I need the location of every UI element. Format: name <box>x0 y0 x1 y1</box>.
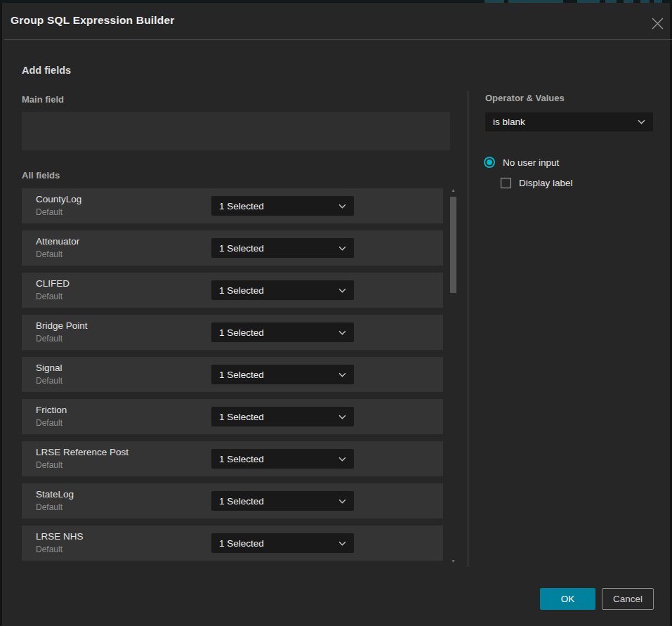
dialog-title: Group SQL Expression Builder <box>11 14 175 27</box>
chevron-down-icon <box>338 457 346 462</box>
field-selected-dropdown[interactable]: 1 Selected <box>211 322 354 342</box>
chevron-down-icon <box>338 246 346 251</box>
field-name: Bridge Point <box>36 320 88 331</box>
field-selected-dropdown[interactable]: 1 Selected <box>211 449 354 469</box>
field-selected-value: 1 Selected <box>219 412 264 422</box>
field-row: CountyLog Default 1 Selected <box>22 188 443 223</box>
close-button[interactable] <box>649 15 666 32</box>
field-subtitle: Default <box>36 292 62 301</box>
field-row: Attenuator Default 1 Selected <box>22 230 443 266</box>
scrollbar-thumb[interactable] <box>450 197 456 293</box>
radio-icon <box>484 157 495 168</box>
field-name: Friction <box>36 405 67 415</box>
field-selected-dropdown[interactable]: 1 Selected <box>211 238 354 258</box>
field-subtitle: Default <box>36 545 62 554</box>
ok-button[interactable]: OK <box>540 588 595 610</box>
field-row: LRSE Reference Post Default 1 Selected <box>22 441 443 476</box>
field-name: StateLog <box>36 489 74 500</box>
field-selected-dropdown[interactable]: 1 Selected <box>211 533 354 553</box>
field-subtitle: Default <box>36 418 62 428</box>
field-row: Signal Default 1 Selected <box>22 357 443 392</box>
display-label-checkbox[interactable]: Display label <box>501 178 573 188</box>
field-selected-dropdown[interactable]: 1 Selected <box>211 280 354 300</box>
checkbox-icon <box>501 178 511 188</box>
field-subtitle: Default <box>36 376 62 386</box>
chevron-down-icon <box>338 499 346 504</box>
close-icon <box>652 18 664 30</box>
checkbox-label: Display label <box>519 178 573 188</box>
add-fields-heading: Add fields <box>22 65 71 76</box>
field-name: Signal <box>36 363 62 373</box>
screen: Group SQL Expression Builder Add fields … <box>0 0 672 626</box>
field-selected-value: 1 Selected <box>219 327 264 338</box>
scrollbar-down-arrow-icon[interactable]: ▼ <box>450 559 456 563</box>
field-name: CLIFED <box>36 278 70 289</box>
chevron-down-icon <box>338 288 346 293</box>
chevron-down-icon <box>638 119 645 124</box>
field-subtitle: Default <box>36 502 62 512</box>
field-selected-dropdown[interactable]: 1 Selected <box>211 196 354 216</box>
chevron-down-icon <box>338 415 346 419</box>
chevron-down-icon <box>338 204 346 209</box>
radio-label: No user input <box>503 157 559 168</box>
chevron-down-icon <box>338 372 346 377</box>
field-subtitle: Default <box>36 334 62 344</box>
list-scrollbar[interactable]: ▲ ▼ <box>449 187 457 566</box>
scrollbar-up-arrow-icon[interactable]: ▲ <box>450 188 456 193</box>
field-name: CountyLog <box>36 194 81 204</box>
all-fields-list: CountyLog Default 1 Selected Attenuator … <box>22 188 443 561</box>
main-field-label: Main field <box>22 94 64 105</box>
field-row: CLIFED Default 1 Selected <box>22 273 443 308</box>
field-selected-value: 1 Selected <box>219 285 264 296</box>
field-subtitle: Default <box>36 460 62 470</box>
field-selected-value: 1 Selected <box>219 496 264 507</box>
operator-value: is blank <box>493 117 525 127</box>
field-row: LRSE NHS Default 1 Selected <box>22 526 443 561</box>
panel-divider <box>468 91 468 567</box>
field-subtitle: Default <box>36 207 62 217</box>
field-selected-value: 1 Selected <box>219 370 264 380</box>
chevron-down-icon <box>338 330 346 335</box>
field-row: StateLog Default 1 Selected <box>22 483 443 519</box>
field-row: Friction Default 1 Selected <box>22 399 443 434</box>
field-name: LRSE Reference Post <box>36 447 129 457</box>
chevron-down-icon <box>338 541 346 546</box>
operator-dropdown[interactable]: is blank <box>485 112 653 131</box>
field-selected-value: 1 Selected <box>219 538 264 549</box>
field-selected-value: 1 Selected <box>219 243 264 254</box>
group-sql-expression-builder-dialog: Group SQL Expression Builder Add fields … <box>2 3 670 626</box>
field-subtitle: Default <box>36 249 62 259</box>
no-user-input-radio[interactable]: No user input <box>484 157 559 168</box>
main-field-container: CountyLog | Default From Date <box>22 112 450 150</box>
field-row: Bridge Point Default 1 Selected <box>22 315 443 350</box>
operator-values-label: Operator & Values <box>485 93 565 103</box>
field-selected-dropdown[interactable]: 1 Selected <box>211 407 354 426</box>
field-selected-dropdown[interactable]: 1 Selected <box>211 491 354 511</box>
header-divider <box>4 39 672 40</box>
field-selected-dropdown[interactable]: 1 Selected <box>211 365 354 384</box>
all-fields-label: All fields <box>22 170 60 181</box>
cancel-button[interactable]: Cancel <box>602 588 654 610</box>
field-selected-value: 1 Selected <box>219 201 264 211</box>
field-name: Attenuator <box>36 236 79 247</box>
field-selected-value: 1 Selected <box>219 454 264 464</box>
field-name: LRSE NHS <box>36 531 84 542</box>
